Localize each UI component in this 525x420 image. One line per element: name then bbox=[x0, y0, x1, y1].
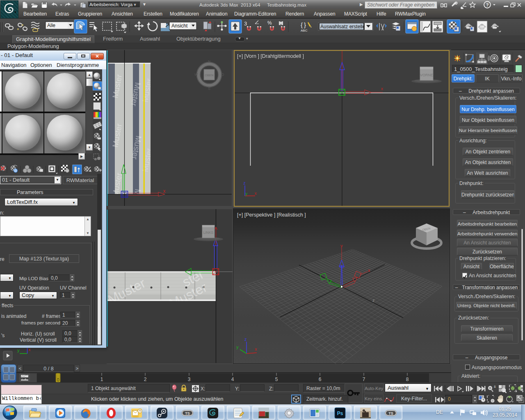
svg-text:OBEN: OBEN bbox=[205, 73, 213, 77]
svg-text:x: x bbox=[381, 86, 383, 91]
svg-text:1: 1 bbox=[100, 377, 103, 382]
svg-text:x: x bbox=[255, 191, 257, 196]
svg-text:x: x bbox=[368, 268, 370, 273]
svg-text:ABC: ABC bbox=[301, 29, 308, 32]
svg-text:0: 0 bbox=[57, 377, 59, 382]
svg-text:7: 7 bbox=[363, 377, 365, 382]
svg-text:%: % bbox=[267, 20, 272, 26]
svg-text:Auswahlsatz erstelle: Auswahlsatz erstelle bbox=[320, 24, 365, 30]
svg-text:x: x bbox=[163, 188, 166, 194]
svg-text:O: O bbox=[221, 73, 224, 77]
svg-text:{ }: { } bbox=[301, 21, 306, 28]
svg-text:y: y bbox=[340, 243, 343, 248]
svg-text:6: 6 bbox=[319, 377, 322, 382]
svg-text:2: 2 bbox=[144, 377, 147, 382]
svg-text:x: x bbox=[255, 347, 257, 352]
svg-text:±: ± bbox=[494, 384, 496, 388]
svg-text:y: y bbox=[245, 191, 248, 196]
svg-text:Ps: Ps bbox=[337, 411, 343, 416]
svg-text:4: 4 bbox=[231, 377, 234, 382]
svg-text:?: ? bbox=[486, 2, 489, 7]
svg-text:TS: TS bbox=[185, 411, 190, 415]
svg-text:5: 5 bbox=[275, 377, 278, 382]
svg-text:3: 3 bbox=[188, 377, 191, 382]
svg-text:[+] [Vorn ] [Drahtgittermodell: [+] [Vorn ] [Drahtgittermodell ] bbox=[237, 53, 304, 59]
svg-text:3: 3 bbox=[244, 21, 247, 27]
svg-text:8: 8 bbox=[406, 377, 409, 382]
svg-text:S: S bbox=[208, 87, 210, 91]
svg-text:y: y bbox=[17, 348, 20, 353]
svg-text:y: y bbox=[236, 345, 239, 349]
svg-text:Alle: Alle bbox=[47, 23, 55, 28]
svg-text:W: W bbox=[194, 73, 198, 77]
svg-text:z: z bbox=[244, 337, 247, 342]
svg-text:z: z bbox=[243, 180, 245, 185]
svg-text:[+] [Perspektive ] [Realistisc: [+] [Perspektive ] [Realistisch ] bbox=[237, 212, 306, 218]
svg-text:N: N bbox=[208, 59, 210, 64]
svg-text:VORNE: VORNE bbox=[420, 73, 433, 77]
svg-text:LINKS: LINKS bbox=[203, 231, 214, 235]
svg-text:TS: TS bbox=[388, 411, 393, 415]
svg-text:z: z bbox=[372, 298, 375, 303]
svg-text:Ansicht: Ansicht bbox=[171, 23, 188, 29]
